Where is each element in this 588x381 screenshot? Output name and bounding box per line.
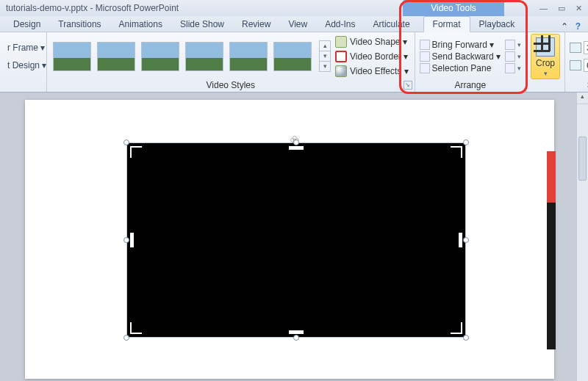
align-icon bbox=[505, 40, 515, 50]
resize-handle[interactable] bbox=[123, 237, 129, 243]
scroll-up-icon[interactable]: ▴ bbox=[577, 92, 588, 104]
video-effects-button[interactable]: Video Effects ▾ bbox=[334, 65, 410, 78]
width-icon bbox=[570, 60, 581, 70]
group-label-video-styles: Video Styles bbox=[207, 80, 256, 90]
video-style-thumb[interactable] bbox=[53, 42, 91, 71]
crop-icon bbox=[536, 37, 555, 57]
bring-forward-icon bbox=[420, 40, 430, 50]
resize-handle[interactable] bbox=[463, 139, 469, 145]
ribbon: r Frame ▾ t Design ▾ ▴▾▾ Video Shape ▾ V… bbox=[0, 32, 588, 92]
resize-handle[interactable] bbox=[123, 139, 129, 145]
bring-forward-button[interactable]: Bring Forward ▾ bbox=[420, 40, 501, 50]
video-tools-context-tab: Video Tools bbox=[403, 0, 504, 16]
crop-handle[interactable] bbox=[130, 322, 142, 334]
send-backward-icon bbox=[420, 51, 430, 62]
border-icon bbox=[335, 51, 347, 62]
tab-review[interactable]: Review bbox=[233, 17, 279, 32]
video-style-thumb[interactable] bbox=[141, 42, 179, 71]
group-icon bbox=[505, 51, 515, 62]
close-button[interactable]: ✕ bbox=[576, 4, 582, 13]
dialog-launcher-icon[interactable]: ↘ bbox=[404, 81, 412, 90]
slide-workspace: ✥ ▴ bbox=[0, 92, 588, 381]
gallery-scroll[interactable]: ▴▾▾ bbox=[319, 40, 331, 72]
reset-design-button[interactable]: t Design ▾ bbox=[4, 59, 49, 72]
crop-handle[interactable] bbox=[459, 233, 462, 247]
resize-handle[interactable] bbox=[463, 237, 469, 243]
rotate-button[interactable]: ▾ bbox=[505, 63, 521, 73]
crop-handle[interactable] bbox=[130, 233, 134, 247]
scrollbar-thumb[interactable] bbox=[578, 137, 587, 181]
video-style-thumb[interactable] bbox=[229, 42, 268, 71]
crop-handle[interactable] bbox=[289, 330, 304, 334]
group-button[interactable]: ▾ bbox=[505, 51, 521, 62]
tab-animations[interactable]: Animations bbox=[110, 17, 171, 32]
minimize-button[interactable]: ― bbox=[539, 4, 548, 13]
tab-slideshow[interactable]: Slide Show bbox=[171, 17, 233, 32]
resize-handle[interactable] bbox=[123, 335, 129, 341]
resize-handle[interactable] bbox=[293, 139, 299, 145]
selection-pane-button[interactable]: Selection Pane bbox=[420, 63, 501, 73]
video-style-thumb[interactable] bbox=[273, 42, 312, 71]
crop-handle[interactable] bbox=[451, 146, 462, 158]
video-shape-button[interactable]: Video Shape ▾ bbox=[334, 35, 410, 48]
crop-handle[interactable] bbox=[289, 146, 304, 150]
group-label-arrange: Arrange bbox=[454, 80, 486, 90]
minimize-ribbon-icon[interactable]: ⌃ bbox=[561, 21, 568, 32]
crop-button[interactable]: Crop ▾ bbox=[531, 34, 560, 79]
tab-view[interactable]: View bbox=[279, 17, 316, 32]
height-input[interactable]: ▴▾ bbox=[584, 41, 588, 54]
tab-format[interactable]: Format bbox=[423, 16, 470, 32]
tab-design[interactable]: Design bbox=[4, 17, 49, 32]
selected-video-object[interactable]: ✥ bbox=[126, 142, 466, 338]
rotate-icon bbox=[505, 63, 515, 73]
slide-decor-black bbox=[547, 203, 556, 349]
crop-handle[interactable] bbox=[451, 322, 462, 334]
slide-decor-red bbox=[547, 151, 556, 203]
tab-transitions[interactable]: Transitions bbox=[49, 17, 110, 32]
effects-icon bbox=[335, 65, 347, 77]
align-button[interactable]: ▾ bbox=[505, 40, 521, 50]
video-style-thumb[interactable] bbox=[97, 42, 135, 71]
slide[interactable]: ✥ bbox=[25, 100, 554, 379]
tab-addins[interactable]: Add-Ins bbox=[316, 17, 364, 32]
shape-icon bbox=[335, 36, 347, 48]
window-controls: ― ▭ ✕ bbox=[539, 4, 582, 13]
tab-playback[interactable]: Playback bbox=[470, 17, 524, 32]
window-title: tutorials-demo-v.pptx - Microsoft PowerP… bbox=[6, 3, 179, 13]
resize-handle[interactable] bbox=[463, 335, 469, 341]
crop-handle[interactable] bbox=[130, 146, 142, 158]
help-icon[interactable]: ? bbox=[576, 21, 581, 32]
resize-handle[interactable] bbox=[293, 335, 299, 341]
width-input[interactable]: ▴▾ bbox=[584, 59, 588, 72]
maximize-button[interactable]: ▭ bbox=[558, 4, 565, 13]
height-icon bbox=[570, 43, 581, 53]
selection-pane-icon bbox=[420, 63, 430, 73]
ribbon-tabs: Design Transitions Animations Slide Show… bbox=[0, 16, 588, 32]
video-border-button[interactable]: Video Border ▾ bbox=[334, 50, 410, 63]
tab-articulate[interactable]: Articulate bbox=[365, 17, 419, 32]
video-style-thumb[interactable] bbox=[185, 42, 223, 71]
poster-frame-button[interactable]: r Frame ▾ bbox=[4, 41, 49, 54]
vertical-scrollbar[interactable]: ▴ bbox=[576, 92, 588, 381]
send-backward-button[interactable]: Send Backward ▾ bbox=[420, 51, 501, 62]
